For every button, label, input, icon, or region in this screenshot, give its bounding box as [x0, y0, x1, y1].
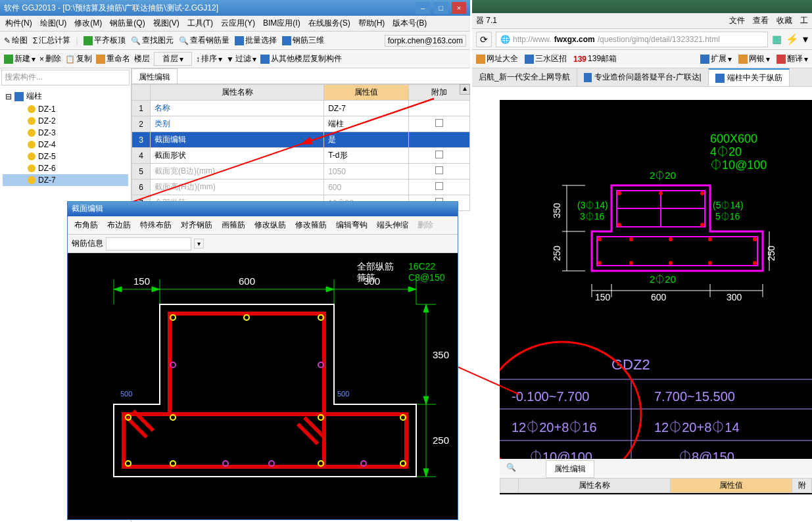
- btn-copyfrom[interactable]: 从其他楼层复制构件: [260, 53, 342, 64]
- prop-row-3[interactable]: 3截面编辑是: [132, 132, 470, 148]
- bmenu-tool[interactable]: 工: [800, 15, 808, 26]
- section-canvas[interactable]: 150 600 300 350 250 500 500: [68, 253, 458, 519]
- menu-modify[interactable]: 修改(M): [72, 16, 105, 30]
- menu-online[interactable]: 在线服务(S): [306, 16, 353, 30]
- bmenu-view[interactable]: 查看: [753, 15, 769, 26]
- menu-view[interactable]: 视图(V): [151, 16, 182, 30]
- prop-row-4[interactable]: 4截面形状T-d形: [132, 148, 470, 164]
- tool-batch[interactable]: 批量选择: [235, 35, 277, 46]
- tool-flat[interactable]: 平齐板顶: [84, 35, 126, 46]
- btn-delete-rebar[interactable]: 删除: [415, 218, 436, 232]
- btn-align-rebar[interactable]: 对齐钢筋: [178, 218, 215, 232]
- bookmark-sanshui[interactable]: 三水区招: [525, 53, 567, 64]
- column-icon: [14, 92, 24, 101]
- checkbox[interactable]: [435, 151, 443, 158]
- btn-edge-rebar[interactable]: 布边筋: [105, 218, 133, 232]
- menu-rebar[interactable]: 钢筋量(Q): [107, 16, 147, 30]
- menu-component[interactable]: 构件(N): [3, 16, 35, 30]
- menu-tools[interactable]: 工具(T): [185, 16, 216, 30]
- browser-titlebar: [472, 0, 812, 13]
- svg-point-58: [659, 191, 663, 195]
- btn-rename[interactable]: 重命名: [96, 53, 130, 64]
- svg-text:350: 350: [433, 349, 449, 360]
- btn-edit-hook[interactable]: 编辑弯钩: [333, 218, 370, 232]
- tree-item-dz5[interactable]: DZ-5: [3, 151, 128, 162]
- prop-row-6[interactable]: 6截面高(H边)(mm)600: [132, 179, 470, 195]
- bookmark-139[interactable]: 139139邮箱: [573, 53, 617, 64]
- btn-modify-stir[interactable]: 修改箍筋: [293, 218, 329, 232]
- btn-copy[interactable]: 📋复制: [65, 53, 92, 64]
- tree-item-dz3[interactable]: DZ-3: [3, 127, 128, 139]
- checkbox[interactable]: [435, 166, 443, 174]
- bottom-tab-propedit[interactable]: 属性编辑: [546, 460, 594, 478]
- bmenu-file[interactable]: 文件: [729, 15, 745, 26]
- menu-draw[interactable]: 绘图(U): [37, 16, 70, 30]
- btn-draw-stirrup[interactable]: 画箍筋: [219, 218, 248, 232]
- floor-select[interactable]: 首层 ▾: [154, 52, 192, 66]
- svg-text:350: 350: [552, 202, 562, 218]
- btn-end-extend[interactable]: 端头伸缩: [374, 218, 411, 232]
- col-value: 属性值: [324, 85, 409, 101]
- bookmark-all[interactable]: 网址大全: [476, 53, 518, 64]
- search-icon[interactable]: 🔍: [506, 463, 516, 472]
- translate-button[interactable]: 翻译 ▾: [776, 53, 808, 64]
- minimize-button[interactable]: –: [416, 2, 430, 14]
- tool-sum[interactable]: Σ 汇总计算: [33, 35, 70, 46]
- svg-text:12⏀20+8⏀14: 12⏀20+8⏀14: [654, 420, 740, 435]
- menu-cloud[interactable]: 云应用(Y): [218, 16, 258, 30]
- search-input[interactable]: 搜索构件...: [1, 70, 130, 85]
- svg-text:全部纵筋: 全部纵筋: [357, 261, 394, 272]
- security-icon[interactable]: ▦: [772, 33, 782, 45]
- svg-marker-15: [423, 304, 429, 312]
- maximize-button[interactable]: □: [434, 2, 448, 14]
- dropdown-icon[interactable]: ▾: [803, 33, 808, 45]
- tool-draw[interactable]: ✎ 绘图: [4, 35, 28, 46]
- tool-rebar[interactable]: 🔍查看钢筋量: [179, 35, 229, 46]
- menu-bim[interactable]: BIM应用(I): [260, 16, 303, 30]
- checkbox[interactable]: [435, 119, 443, 127]
- tab-property-edit[interactable]: 属性编辑: [131, 68, 178, 83]
- svg-text:250: 250: [552, 245, 562, 261]
- tool-rebar3d[interactable]: 钢筋三维: [282, 35, 324, 46]
- checkbox[interactable]: [435, 182, 443, 190]
- lightning-icon[interactable]: ⚡: [786, 33, 799, 45]
- close-button[interactable]: ×: [452, 2, 466, 14]
- tree-item-dz1[interactable]: DZ-1: [3, 103, 128, 115]
- scroll-up-arrow[interactable]: ▲: [460, 84, 470, 95]
- btn-delete[interactable]: ×删除: [39, 53, 61, 64]
- menu-help[interactable]: 帮助(H): [356, 16, 388, 30]
- btn-sort[interactable]: ↕排序 ▾: [196, 53, 222, 64]
- tree-root[interactable]: ⊟ 端柱: [3, 89, 128, 103]
- btn-new[interactable]: 新建 ▾: [4, 53, 36, 64]
- tree-item-dz7[interactable]: DZ-7: [3, 174, 128, 186]
- ext-button[interactable]: 扩展 ▾: [700, 53, 732, 64]
- btn-special-rebar[interactable]: 特殊布筋: [137, 218, 174, 232]
- bank-button[interactable]: 网银 ▾: [738, 53, 770, 64]
- dropdown-icon[interactable]: ▾: [194, 239, 204, 249]
- tab-column[interactable]: 端柱中关于纵筋: [709, 68, 790, 86]
- cad-drawing[interactable]: 600X600 4⏀20 ⏀10@100 2⏀20 2⏀20 (3⏀14) 3⏀…: [500, 100, 812, 494]
- section-svg: 150 600 300 350 250 500 500: [68, 253, 458, 519]
- tree-item-dz4[interactable]: DZ-4: [3, 139, 128, 151]
- btn-corner-rebar[interactable]: 布角筋: [72, 218, 101, 232]
- prop-row-5[interactable]: 5截面宽(B边)(mm)1050: [132, 164, 470, 179]
- prop-row-2[interactable]: 2类别端柱: [132, 116, 470, 132]
- bmenu-fav[interactable]: 收藏: [776, 15, 792, 26]
- tab-qa[interactable]: 专业造价问题答疑平台-广联达|: [577, 68, 709, 86]
- address-bar[interactable]: 🌐 http://www.fwxgx.com/question/gimq/det…: [496, 32, 768, 47]
- tree-item-dz2[interactable]: DZ-2: [3, 115, 128, 127]
- window-controls: – □ ×: [414, 2, 466, 14]
- tool-find[interactable]: 🔍查找图元: [131, 35, 174, 46]
- rebar-info-input[interactable]: [106, 237, 191, 250]
- refresh-button[interactable]: ⟳: [476, 32, 492, 47]
- btn-filter[interactable]: ▼过滤 ▾: [226, 53, 256, 64]
- tab-nav[interactable]: 启航_新一代安全上网导航: [472, 68, 577, 86]
- label-floor: 楼层: [134, 53, 150, 64]
- prop-row-1[interactable]: 1名称DZ-7: [132, 101, 470, 116]
- tree-item-dz6[interactable]: DZ-6: [3, 162, 128, 174]
- user-email[interactable]: forpk.chen@163.com: [385, 35, 466, 47]
- btn-modify-long[interactable]: 修改纵筋: [252, 218, 289, 232]
- menu-version[interactable]: 版本号(B): [390, 16, 429, 30]
- svg-text:600: 600: [651, 292, 667, 302]
- svg-point-57: [617, 191, 621, 195]
